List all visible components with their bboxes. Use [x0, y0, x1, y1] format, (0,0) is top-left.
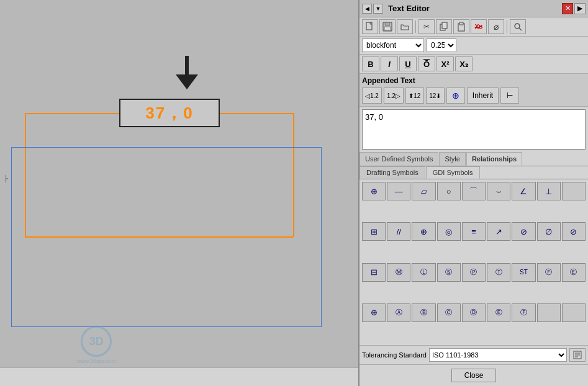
- sym-plus-sq[interactable]: ⊕: [362, 303, 386, 322]
- titlebar-right: ✕ ▶: [561, 3, 586, 14]
- size-select[interactable]: 0.25: [427, 38, 456, 52]
- sym-F-circle[interactable]: Ⓕ: [537, 263, 561, 282]
- bottom-close-row: Close: [360, 364, 588, 386]
- dim-line-left: [25, 113, 119, 114]
- open-button[interactable]: [397, 19, 413, 34]
- save-button[interactable]: [379, 19, 396, 34]
- arrow-shaft: [185, 56, 189, 74]
- sym-equal[interactable]: ≡: [462, 222, 486, 241]
- append-symbol-btn[interactable]: ⊕: [446, 88, 465, 104]
- overline-button[interactable]: Ō: [418, 56, 435, 71]
- tab-style[interactable]: Style: [439, 152, 465, 166]
- sym-curve[interactable]: ⌣: [487, 182, 510, 200]
- append-up-btn[interactable]: ⬆12: [405, 88, 424, 104]
- sym-slash-circle[interactable]: ⊘: [512, 222, 535, 241]
- sym-A-circle[interactable]: Ⓐ: [387, 303, 410, 322]
- close-button[interactable]: Close: [451, 369, 497, 382]
- svg-line-9: [519, 28, 522, 30]
- sym-F2-circle[interactable]: Ⓕ: [512, 303, 535, 322]
- arrow-head: [176, 74, 198, 89]
- sym-arrow-diag[interactable]: ↗: [487, 222, 510, 241]
- separator-1: [415, 20, 416, 33]
- main-toolbar: ✂ XB ⌀: [360, 17, 588, 37]
- sym-M-circle[interactable]: Ⓜ: [387, 263, 410, 282]
- font-row: blockfont 0.25: [360, 37, 588, 55]
- search-button[interactable]: [510, 19, 526, 34]
- inherit-button[interactable]: Inherit: [467, 88, 499, 104]
- copy-button[interactable]: [436, 19, 452, 34]
- sym-grid[interactable]: ⊞: [362, 222, 386, 241]
- tab-user-defined[interactable]: User Defined Symbols: [360, 152, 438, 166]
- panel-menu-button[interactable]: ▼: [373, 4, 383, 14]
- dimension-box: 37，0: [119, 99, 220, 127]
- sym-perp[interactable]: ⊥: [537, 182, 561, 200]
- sym-slash-circle-2[interactable]: ⊘: [562, 222, 586, 241]
- sym-C-circle[interactable]: Ⓒ: [437, 303, 461, 322]
- tolerancing-select[interactable]: ISO 1101-1983: [429, 348, 567, 362]
- symbols-grid: ⊕ — ▱ ○ ⌒ ⌣ ∠ ⊥ ⊞ // ⊕ ◎ ≡ ↗ ⊘ ∅ ⊘ ⊟ Ⓜ Ⓛ…: [360, 179, 588, 345]
- subtab-gdi[interactable]: GDI Symbols: [426, 166, 480, 179]
- text-input[interactable]: [362, 109, 586, 150]
- panel-pin-button[interactable]: ◀: [362, 4, 372, 14]
- append-right-btn[interactable]: 1.2▷: [384, 88, 404, 104]
- font-select[interactable]: blockfont: [362, 38, 424, 52]
- sym-ST[interactable]: ST: [512, 263, 535, 282]
- tolerancing-info-button[interactable]: [569, 348, 586, 362]
- svg-rect-2: [385, 22, 390, 25]
- sym-empty-r1[interactable]: [562, 182, 586, 200]
- sym-empty-r4-2[interactable]: [562, 303, 586, 322]
- watermark: 3D www.3dsjw.com: [76, 326, 116, 364]
- sym-empty-r4-1[interactable]: [537, 303, 561, 322]
- sym-parallel[interactable]: //: [387, 222, 410, 241]
- sym-T-circle[interactable]: Ⓣ: [487, 263, 510, 282]
- format-row: B I U Ō X² X₂: [360, 55, 588, 74]
- tolerancing-label: Tolerancing Standard: [362, 351, 427, 359]
- tolerancing-row: Tolerancing Standard ISO 1101-1983: [360, 345, 588, 364]
- underline-button[interactable]: U: [399, 56, 417, 71]
- sym-angle[interactable]: ∠: [512, 182, 535, 200]
- subtabs-row: Drafting Symbols GDI Symbols: [360, 166, 588, 179]
- sym-arc[interactable]: ⌒: [462, 182, 486, 200]
- new-button[interactable]: [362, 19, 378, 34]
- sym-parallelogram[interactable]: ▱: [412, 182, 435, 200]
- watermark-logo: 3D: [81, 326, 112, 357]
- bold-button[interactable]: B: [362, 56, 379, 71]
- appended-text-label: Appended Text: [362, 76, 586, 85]
- tabs-row: User Defined Symbols Style Relationships: [360, 152, 588, 166]
- panel-title: Text Editor: [384, 4, 433, 13]
- sym-D-circle[interactable]: Ⓓ: [462, 303, 486, 322]
- svg-rect-7: [459, 22, 463, 25]
- tab-relationships[interactable]: Relationships: [466, 152, 522, 166]
- sym-P-circle[interactable]: Ⓟ: [462, 263, 486, 282]
- separator-2: [507, 20, 507, 33]
- symbol-button[interactable]: ⌀: [488, 19, 504, 34]
- cut-button[interactable]: ✂: [418, 19, 435, 34]
- italic-button[interactable]: I: [381, 56, 398, 71]
- sym-dash[interactable]: —: [387, 182, 410, 200]
- panel-close-button[interactable]: ✕: [562, 3, 573, 14]
- blue-rect-outer: [11, 147, 322, 327]
- sym-minus-box[interactable]: ⊟: [362, 263, 386, 282]
- dimension-text: 37，0: [145, 102, 193, 124]
- append-left-btn[interactable]: ◁1.2: [362, 88, 382, 104]
- subtab-drafting[interactable]: Drafting Symbols: [360, 166, 425, 179]
- sym-plus-circle[interactable]: ⊕: [362, 182, 386, 200]
- paste-button[interactable]: [453, 19, 469, 34]
- sym-circle[interactable]: ○: [437, 182, 461, 200]
- sym-B-circle[interactable]: Ⓑ: [412, 303, 435, 322]
- sym-L-circle[interactable]: Ⓛ: [412, 263, 435, 282]
- sym-bullseye[interactable]: ◎: [437, 222, 461, 241]
- append-down-btn[interactable]: 12⬇: [426, 88, 445, 104]
- svg-rect-3: [384, 27, 391, 30]
- sym-E2-circle[interactable]: Ⓔ: [487, 303, 510, 322]
- sym-crosshair[interactable]: ⊕: [412, 222, 435, 241]
- format-button[interactable]: XB: [471, 19, 487, 34]
- sym-E-circle[interactable]: Ⓔ: [562, 263, 586, 282]
- subscript-button[interactable]: X₂: [455, 56, 473, 71]
- superscript-button[interactable]: X²: [436, 56, 454, 71]
- panel-expand-button[interactable]: ▶: [574, 3, 586, 14]
- sym-S-circle[interactable]: Ⓢ: [437, 263, 461, 282]
- append-extra-btn[interactable]: ⊢: [500, 88, 519, 104]
- text-editor-panel: ◀ ▼ Text Editor ✕ ▶ ✂ XB ⌀: [358, 0, 588, 386]
- sym-diameter[interactable]: ∅: [537, 222, 561, 241]
